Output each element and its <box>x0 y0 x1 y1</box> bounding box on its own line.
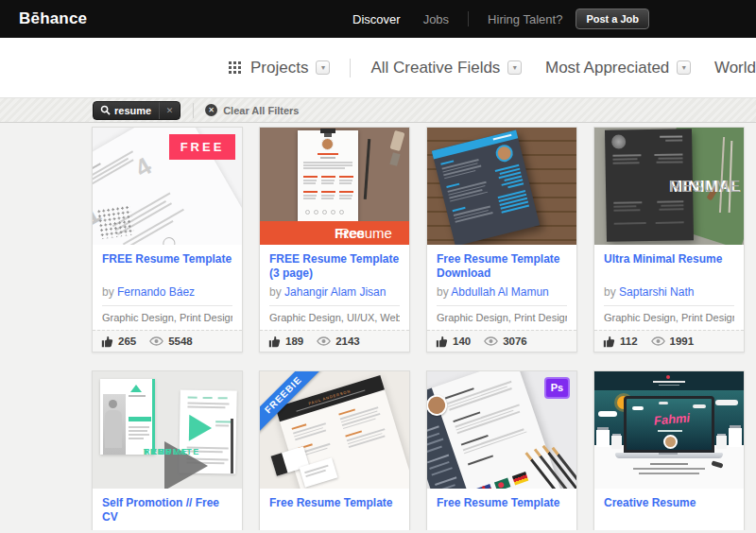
project-stats: 140 3076 <box>427 330 576 352</box>
sort-dropdown[interactable]: Most Appreciated ▾ <box>545 59 691 77</box>
by-label: by <box>102 285 114 299</box>
project-thumbnail[interactable]: Ps <box>427 371 576 489</box>
clear-circle-x-icon: ✕ <box>205 104 217 116</box>
chevron-down-icon[interactable]: ▾ <box>316 60 330 75</box>
search-icon <box>100 105 111 115</box>
views-count: 5548 <box>168 335 193 347</box>
thumb-art-house <box>716 436 727 449</box>
project-title-link[interactable]: Creative Resume <box>604 496 734 526</box>
project-thumbnail[interactable]: Fahmi <box>594 371 744 489</box>
thumb-art-house <box>729 428 742 447</box>
appreciations-count: 189 <box>285 335 303 347</box>
author-link[interactable]: Paolo Pettigiani <box>117 529 196 530</box>
views-count: 3076 <box>503 335 527 347</box>
project-thumbnail[interactable]: FreeResume <box>260 128 409 245</box>
author-link[interactable]: Saptarshi Nath <box>619 285 694 299</box>
project-thumbnail[interactable]: 1 4 FREE <box>93 128 242 245</box>
nav-jobs[interactable]: Jobs <box>423 12 449 26</box>
projects-dropdown[interactable]: Projects ▾ <box>250 59 330 77</box>
creative-fields-text: Graphic Design, Print Design, ... <box>604 312 734 330</box>
project-card: FreeResume FREE Resume Template (3 page)… <box>259 127 410 352</box>
project-thumbnail[interactable]: FREE RESUME TEMPLATE <box>93 371 242 489</box>
region-label: World <box>714 59 756 77</box>
region-dropdown[interactable]: World <box>714 59 756 77</box>
creative-fields-text: Graphic Design, UI/UX, Web D... <box>269 312 400 330</box>
project-stats: 189 2143 <box>260 330 409 352</box>
post-a-job-button[interactable]: Post a Job <box>576 9 649 29</box>
project-card: PAUL ANDERSON FREEBI <box>259 370 410 530</box>
author-link[interactable]: Alamin Mir <box>451 529 505 530</box>
creative-fields-text: Graphic Design, Print Design <box>437 312 567 330</box>
thumb-art-header <box>594 371 744 390</box>
thumb-art-cloud <box>715 400 738 405</box>
appreciations-icon <box>436 335 448 348</box>
author-link[interactable]: The Creadeas <box>619 529 691 530</box>
active-filters-bar: resume ✕ ✕ Clear All Filters <box>0 97 756 123</box>
by-label: by <box>604 285 616 299</box>
author-link[interactable]: Fernando Báez <box>117 285 195 299</box>
project-title-link[interactable]: Self Promotion // Free CV <box>102 496 232 526</box>
fahmi-script-text: Fahmi <box>627 408 718 430</box>
project-title-link[interactable]: Free Resume Template <box>437 496 567 526</box>
card-divider <box>604 305 734 306</box>
views-icon <box>149 336 163 346</box>
thumb-art <box>298 130 358 222</box>
by-label: by <box>269 529 282 530</box>
clear-all-filters-button[interactable]: ✕ Clear All Filters <box>205 104 299 116</box>
author-link[interactable]: Tamzid Hasan <box>284 529 356 530</box>
chevron-down-icon[interactable]: ▾ <box>507 60 522 75</box>
search-tag-body[interactable]: resume <box>94 105 159 116</box>
remove-filter-icon[interactable]: ✕ <box>159 101 180 120</box>
project-thumbnail[interactable]: MINIMALRESUME <box>594 128 744 245</box>
nav-discover[interactable]: Discover <box>352 12 401 26</box>
banner-light-text: Resume <box>339 221 392 245</box>
project-title-link[interactable]: FREE Resume Template <box>102 252 232 283</box>
behance-logo[interactable]: Bēhance <box>19 0 87 38</box>
thumb-art-cloud <box>598 411 617 417</box>
project-title-link[interactable]: Ultra Minimal Resume <box>604 252 734 283</box>
creative-fields-label: All Creative Fields <box>370 59 500 77</box>
project-thumbnail[interactable]: PAUL ANDERSON FREEBI <box>260 371 409 489</box>
thumb-art-house <box>596 430 610 447</box>
author-link[interactable]: Abdullah Al Mamun <box>451 285 548 299</box>
by-label: by <box>102 529 114 530</box>
search-filter-tag[interactable]: resume ✕ <box>93 101 180 120</box>
thumb-art <box>432 129 540 245</box>
card-divider <box>269 305 400 306</box>
project-card: Free Resume Template Download by Abdulla… <box>426 127 577 352</box>
search-toolbar: Projects ▾ All Creative Fields ▾ Most Ap… <box>0 38 756 97</box>
views-icon <box>651 336 665 346</box>
views-count: 1991 <box>670 335 695 347</box>
thumb-art-pen <box>364 139 370 199</box>
by-label: by <box>437 285 449 299</box>
grid-view-icon <box>229 61 241 74</box>
nav-divider <box>468 11 469 26</box>
thumb-art-eraser <box>389 130 404 151</box>
project-card: 1 4 FREE FREE Resume Template by Fernand… <box>92 127 243 352</box>
card-divider <box>437 305 567 306</box>
overlay-light-text: RESUME <box>669 178 741 197</box>
project-title-link[interactable]: Free Resume Template <box>269 496 400 526</box>
thumb-art-house <box>611 436 622 449</box>
creative-fields-dropdown[interactable]: All Creative Fields ▾ <box>370 59 522 77</box>
project-thumbnail[interactable] <box>427 128 576 245</box>
project-title-link[interactable]: Free Resume Template Download <box>437 252 567 283</box>
by-label: by <box>604 529 616 530</box>
project-grid: 1 4 FREE FREE Resume Template by Fernand… <box>0 123 756 530</box>
toolbar-divider <box>350 59 351 77</box>
top-nav: Discover Jobs Hiring Talent? Post a Job <box>352 0 649 38</box>
appreciations-count: 265 <box>118 335 136 347</box>
project-title-link[interactable]: FREE Resume Template (3 page) <box>269 252 400 283</box>
appreciations-icon <box>101 335 113 348</box>
views-icon <box>484 336 498 346</box>
clear-all-filters-label: Clear All Filters <box>223 105 299 116</box>
appreciations-icon <box>603 335 615 348</box>
project-card: Fahmi Creative Resume by The Creadeas <box>593 370 745 530</box>
sort-label: Most Appreciated <box>545 59 669 77</box>
thumb-art-usb <box>389 152 400 166</box>
chevron-down-icon[interactable]: ▾ <box>677 60 691 75</box>
author-link[interactable]: Jahangir Alam Jisan <box>284 285 386 299</box>
filter-divider <box>193 103 194 118</box>
thumb-art-dots <box>96 205 134 240</box>
nav-hiring-talent[interactable]: Hiring Talent? <box>488 12 562 26</box>
